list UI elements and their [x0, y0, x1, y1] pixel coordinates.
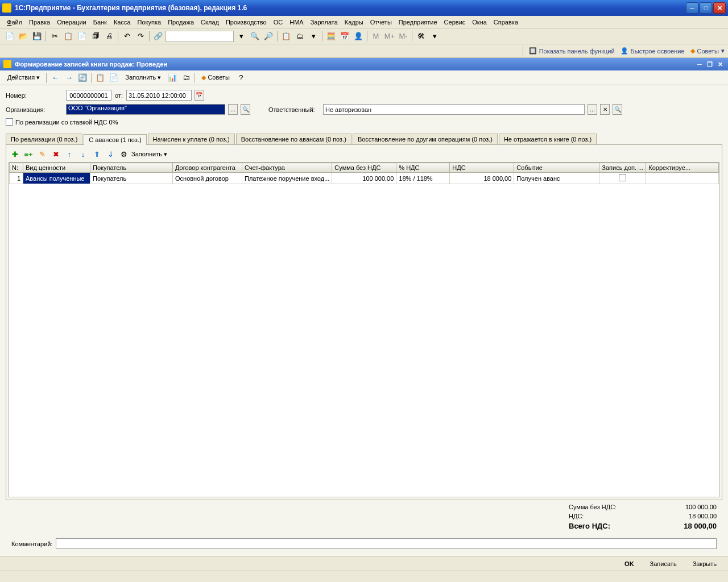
back-icon[interactable]: ←	[49, 72, 61, 84]
menu-stock[interactable]: Склад	[197, 18, 222, 27]
calc-icon[interactable]: 🧮	[325, 30, 337, 43]
calendar-icon[interactable]: 📅	[338, 30, 351, 43]
cell-n[interactable]: 1	[10, 173, 23, 184]
tab-advances[interactable]: С авансов (1 поз.)	[84, 134, 146, 145]
tab-accrued[interactable]: Начислен к уплате (0 поз.)	[148, 134, 235, 144]
link-icon[interactable]: 🔗	[152, 30, 164, 43]
cell-invoice[interactable]: Платежное поручение вход...	[242, 173, 332, 184]
search-input[interactable]	[166, 31, 234, 42]
col-addrec[interactable]: Запись доп. ...	[599, 163, 646, 173]
cell-contract[interactable]: Основной договор	[173, 173, 242, 184]
move-up-icon[interactable]: ↑	[63, 148, 76, 160]
m-button[interactable]: M	[370, 30, 382, 43]
open-icon[interactable]: 📂	[17, 30, 30, 43]
fill-button[interactable]: Заполнить ▾	[121, 72, 165, 83]
copy-icon[interactable]: 📋	[62, 30, 75, 43]
menu-service[interactable]: Сервис	[441, 18, 469, 27]
resp-clear-icon[interactable]: ✕	[600, 104, 610, 115]
tab-restore-other[interactable]: Восстановление по другим операциям (0 по…	[353, 134, 498, 144]
tips-link[interactable]: ◆ Советы ▾	[690, 47, 725, 55]
tips-button[interactable]: ◆ Советы	[197, 72, 234, 83]
print-icon[interactable]: 🖨	[103, 30, 115, 43]
drop3-icon[interactable]: ▾	[428, 30, 441, 43]
menu-file[interactable]: Файл	[3, 18, 26, 27]
menu-cash[interactable]: Касса	[110, 18, 134, 27]
show-panel-link[interactable]: 🔲 Показать панель функций	[529, 47, 615, 55]
tree2-icon[interactable]: 🗂	[180, 72, 192, 84]
org-select-icon[interactable]: …	[228, 104, 238, 115]
org-search-icon[interactable]: 🔍	[241, 104, 250, 115]
addrec-checkbox[interactable]	[619, 174, 626, 181]
redo-icon[interactable]: ↷	[134, 30, 147, 43]
actions-button[interactable]: Действия ▾	[3, 72, 44, 83]
copy2-icon[interactable]: 📋	[280, 30, 292, 43]
cell-pct[interactable]: 18% / 118%	[396, 173, 450, 184]
menu-enterprise[interactable]: Предприятие	[395, 18, 441, 27]
report-icon[interactable]: 📊	[166, 72, 179, 84]
cell-event[interactable]: Получен аванс	[514, 173, 599, 184]
cell-sum[interactable]: 100 000,00	[332, 173, 396, 184]
menu-nma[interactable]: НМА	[286, 18, 307, 27]
sort-desc-icon[interactable]: ⇓	[104, 148, 117, 160]
resp-field[interactable]	[323, 104, 585, 115]
save-icon[interactable]: 💾	[31, 30, 43, 43]
zero-vat-checkbox[interactable]	[6, 118, 13, 126]
menu-operations[interactable]: Операции	[53, 18, 89, 27]
insert-row-icon[interactable]: ≡+	[22, 148, 35, 160]
cell-corr[interactable]	[646, 173, 719, 184]
cell-buyer[interactable]: Покупатель	[90, 173, 173, 184]
org-field[interactable]: ООО "Организация"	[66, 104, 225, 115]
maximize-button[interactable]: □	[700, 2, 712, 14]
col-n[interactable]: N:	[10, 163, 23, 173]
move-down-icon[interactable]: ↓	[77, 148, 89, 160]
quick-link[interactable]: 👤 Быстрое освоение	[621, 47, 685, 55]
paste-icon[interactable]: 📄	[76, 30, 88, 43]
unpost-icon[interactable]: 📄	[107, 72, 120, 84]
menu-reports[interactable]: Отчеты	[367, 18, 395, 27]
col-type[interactable]: Вид ценности	[23, 163, 90, 173]
col-vat[interactable]: НДС	[450, 163, 514, 173]
add-row-icon[interactable]: ✚	[9, 148, 21, 160]
date-field[interactable]	[126, 90, 192, 101]
col-event[interactable]: Событие	[514, 163, 599, 173]
settings-icon[interactable]: 🛠	[415, 30, 427, 43]
date-picker-icon[interactable]: 📅	[195, 90, 204, 101]
cut-icon[interactable]: ✂	[48, 30, 61, 43]
col-sum[interactable]: Сумма без НДС	[332, 163, 396, 173]
settings2-icon[interactable]: ⚙	[118, 148, 130, 160]
menu-staff[interactable]: Кадры	[341, 18, 367, 27]
refresh-icon[interactable]: 🔄	[76, 72, 89, 84]
menu-bank[interactable]: Банк	[90, 18, 110, 27]
minimize-button[interactable]: ─	[686, 2, 698, 14]
mplus-button[interactable]: M+	[383, 30, 396, 43]
resp-search-icon[interactable]: 🔍	[613, 104, 622, 115]
sort-asc-icon[interactable]: ⇑	[90, 148, 103, 160]
drop-icon[interactable]: ▾	[235, 30, 247, 43]
close-doc-button[interactable]: Закрыть	[687, 559, 722, 568]
comment-field[interactable]	[56, 538, 717, 549]
undo-icon[interactable]: ↶	[121, 30, 133, 43]
cell-addrec[interactable]	[599, 173, 646, 184]
forward-icon[interactable]: →	[63, 72, 75, 84]
tree-icon[interactable]: 🗂	[293, 30, 306, 43]
doc-close-button[interactable]: ✕	[715, 60, 725, 68]
menu-edit[interactable]: Правка	[26, 18, 53, 27]
drop2-icon[interactable]: ▾	[307, 30, 320, 43]
doc-min-button[interactable]: ─	[695, 60, 704, 68]
col-invoice[interactable]: Счет-фактура	[242, 163, 332, 173]
cell-vat[interactable]: 18 000,00	[450, 173, 514, 184]
menu-production[interactable]: Производство	[222, 18, 270, 27]
menu-help[interactable]: Справка	[490, 18, 522, 27]
resp-select-icon[interactable]: …	[588, 104, 597, 115]
menu-os[interactable]: ОС	[270, 18, 287, 27]
col-contract[interactable]: Договор контрагента	[173, 163, 242, 173]
post-icon[interactable]: 📋	[94, 72, 106, 84]
close-button[interactable]: ✕	[713, 2, 726, 14]
col-buyer[interactable]: Покупатель	[90, 163, 173, 173]
mminus-button[interactable]: M-	[397, 30, 410, 43]
menu-salary[interactable]: Зарплата	[307, 18, 341, 27]
ok-button[interactable]: OK	[619, 559, 640, 568]
doc-max-button[interactable]: ❐	[705, 60, 714, 68]
col-corr[interactable]: Корректируе...	[646, 163, 719, 173]
menu-windows[interactable]: Окна	[469, 18, 490, 27]
